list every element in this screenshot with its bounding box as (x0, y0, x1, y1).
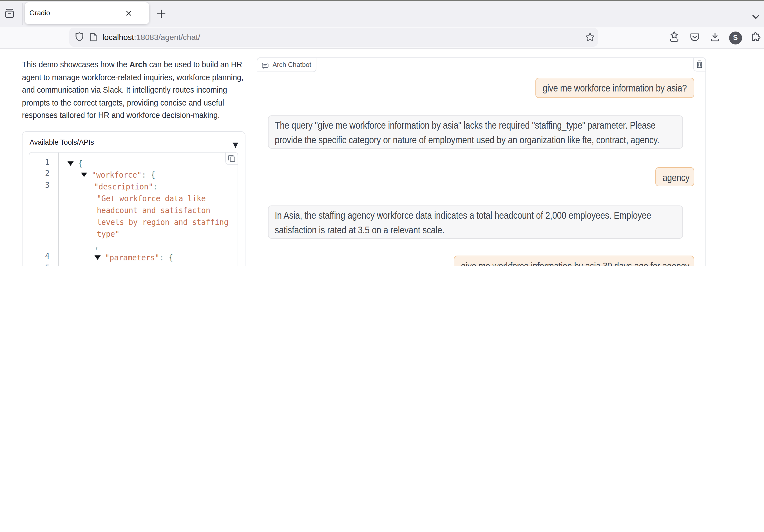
tab-close-icon[interactable] (122, 7, 134, 19)
json-copy-button[interactable] (225, 152, 237, 165)
chatbot-label: Arch Chatbot (257, 57, 316, 72)
message-paragraph: In Asia, the staffing agency workforce d… (275, 209, 677, 238)
chat-messages: give me workforce information by asia?Th… (257, 58, 705, 266)
message-line: satisfaction is rated at 3.5 on a releva… (275, 222, 677, 239)
save-to-toolbar-icon[interactable] (669, 31, 679, 42)
avatar-letter: S (733, 34, 738, 42)
json-line-number: 4 (29, 251, 50, 261)
screen: Gradio localhost:18083/agent/chat (0, 0, 764, 266)
url-text[interactable]: localhost:18083/agent/chat/ (102, 33, 200, 42)
user-message: give me workforce information by asia? (536, 78, 694, 98)
json-line-content: "Get workforce data like (97, 192, 206, 205)
json-collapse-caret[interactable] (81, 171, 92, 179)
tab-title: Gradio (30, 9, 122, 17)
chatbot-label-text: Arch Chatbot (273, 61, 311, 69)
json-line: headcount and satisfacton (29, 204, 237, 216)
tabbar-chevron-down-icon[interactable] (752, 11, 759, 16)
bot-message: In Asia, the staffing agency workforce d… (268, 205, 683, 239)
demo-description: This demo showcases how the Arch can be … (22, 59, 244, 122)
account-avatar[interactable]: S (729, 31, 742, 44)
accordion-header[interactable]: Available Tools/APIs (22, 132, 245, 153)
bot-message: The query "give me workforce information… (268, 115, 683, 148)
browser-tab[interactable]: Gradio (25, 2, 149, 24)
pocket-icon[interactable] (690, 32, 700, 42)
bookmark-star-icon[interactable] (585, 32, 595, 42)
json-line: 5"type": "object", (29, 264, 237, 266)
tools-accordion: Available Tools/APIs 1{2"workforce": {3"… (22, 131, 245, 266)
accordion-title: Available Tools/APIs (30, 138, 94, 146)
json-line-content: { (67, 157, 83, 170)
message-paragraph: The query "give me workforce information… (275, 118, 677, 148)
download-icon[interactable] (710, 32, 720, 42)
url-bar[interactable]: localhost:18083/agent/chat/ (69, 28, 598, 47)
json-line-content: , (95, 239, 99, 252)
json-viewer: 1{2"workforce": {3"description":"Get wor… (29, 152, 238, 266)
json-line-content: headcount and satisfacton (97, 204, 210, 217)
json-line-content: "description": (94, 180, 158, 193)
json-line-content: type" (97, 228, 120, 241)
description-line: agent to manage workforce-related inquir… (22, 71, 244, 85)
gradio-page: This demo showcases how the Arch can be … (0, 49, 764, 266)
clear-chat-button[interactable] (693, 57, 706, 71)
navigation-bar: localhost:18083/agent/chat/ S (0, 27, 764, 49)
message-paragraph: give me workforce information by asia? (543, 82, 688, 96)
json-line: 3"description": (29, 181, 237, 193)
json-line-number: 2 (29, 169, 50, 178)
new-tab-button[interactable] (156, 8, 167, 19)
message-line: provide the specific category or nature … (275, 132, 677, 149)
description-line: responses tailored for HR and workforce … (22, 109, 244, 122)
user-message: give me workforce information by asia 30… (454, 256, 694, 266)
message-line: agency (663, 169, 688, 186)
url-host: localhost (102, 33, 134, 42)
json-line: levels by region and staffing (29, 216, 237, 228)
page-icon[interactable] (89, 33, 97, 42)
json-line-content: "parameters": { (94, 251, 173, 264)
json-line-content: "type": "object", (107, 263, 184, 266)
chat-bubble-icon (262, 61, 269, 68)
message-line: give me workforce information by asia 30… (461, 258, 688, 266)
description-line: This demo showcases how the Arch can be … (22, 58, 244, 72)
json-line: , (29, 240, 237, 252)
json-line-number: 5 (29, 263, 50, 266)
accordion-caret-icon (232, 140, 238, 145)
json-line-number: 1 (29, 157, 50, 166)
tabbar-divider (22, 3, 23, 25)
url-path: :18083/agent/chat/ (134, 33, 200, 42)
json-collapse-caret[interactable] (67, 159, 78, 167)
description-line: prompts to the correct targets, providin… (22, 96, 244, 110)
tab-bar: Gradio (0, 1, 764, 27)
message-paragraph: agency (663, 170, 688, 185)
json-line: "Get workforce data like (29, 193, 237, 205)
extensions-puzzle-icon[interactable] (750, 32, 761, 42)
json-line: type" (29, 228, 237, 240)
user-message: agency (656, 167, 694, 187)
json-line-number: 3 (29, 180, 50, 190)
shield-icon[interactable] (75, 32, 84, 42)
json-line: 1{ (29, 157, 237, 169)
firefox-view-button[interactable] (5, 9, 14, 18)
message-paragraph: give me workforce information by asia 30… (461, 259, 688, 266)
json-collapse-caret[interactable] (94, 254, 105, 261)
json-line-content: "workforce": { (81, 169, 155, 182)
message-line: give me workforce information by asia? (543, 80, 688, 97)
json-line: 2"workforce": { (29, 169, 237, 181)
json-line: 4"parameters": { (29, 252, 237, 264)
description-line: and communication via Slack. It intellig… (22, 83, 244, 97)
json-lines: 1{2"workforce": {3"description":"Get wor… (29, 157, 237, 266)
json-line-content: levels by region and staffing (97, 216, 229, 229)
chatbot-panel: give me workforce information by asia?Th… (257, 57, 706, 266)
